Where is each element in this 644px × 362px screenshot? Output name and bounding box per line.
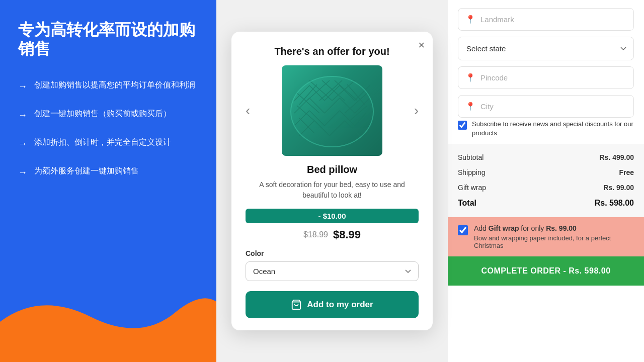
left-panel-title: 专为高转化率而设的加购销售 [18,20,198,59]
modal-overlay: × There's an offer for you! ‹ [216,0,448,362]
pincode-field-wrapper: 📍 [458,66,634,89]
product-name: Bed pillow [246,164,419,175]
feature-item: →创建一键加购销售（购买前或购买后） [18,108,198,122]
arrow-icon: → [18,80,27,94]
add-to-order-label: Add to my order [307,300,373,310]
product-image [282,65,382,156]
gift-wrap-promo-text: Add Gift wrap for only Rs. 99.00 Bow and… [474,224,634,249]
color-label: Color [246,249,419,257]
shipping-row: Shipping Free [458,165,634,180]
modal-title: There's an offer for you! [246,46,419,57]
location-icon: 📍 [465,15,475,24]
subscribe-checkbox[interactable] [458,121,467,130]
orange-wave [0,282,216,362]
pillow-illustration [287,70,377,151]
state-select[interactable]: Select state [458,37,633,60]
shipping-label: Shipping [458,168,486,176]
feature-item: →添加折扣、倒计时，并完全自定义设计 [18,136,198,151]
arrow-icon: → [18,166,27,179]
product-image-container: ‹ [246,65,419,156]
total-label: Total [458,199,476,208]
price-row: $18.99 $8.99 [246,228,419,241]
subtotal-label: Subtotal [458,153,484,161]
product-description: A soft decoration for your bed, easy to … [246,179,419,201]
subtotal-row: Subtotal Rs. 499.00 [458,150,634,165]
landmark-field-wrapper: 📍 [458,8,634,31]
arrow-icon: → [18,137,27,151]
gift-wrap-label: Gift wrap [458,184,486,192]
cart-icon [291,299,302,310]
gift-wrap-sub-text: Bow and wrapping paper included, for a p… [474,234,634,249]
carousel-prev-button[interactable]: ‹ [242,99,254,123]
complete-order-button[interactable]: COMPLETE ORDER - Rs. 598.00 [448,256,644,286]
right-panel: 📍 Select state 📍 📍 Subscribe to receive … [448,0,644,362]
gift-wrap-checkbox[interactable] [458,225,468,235]
arrow-icon: → [18,109,27,122]
gift-wrap-row: Gift wrap Rs. 99.00 [458,180,634,195]
shipping-value: Free [619,168,634,176]
gift-wrap-value: Rs. 99.00 [603,184,634,192]
city-input[interactable] [480,102,626,111]
original-price: $18.99 [303,230,328,239]
total-value: Rs. 598.00 [595,199,634,208]
left-panel: 专为高转化率而设的加购销售 →创建加购销售以提高您的平均订单价值和利润→创建一键… [0,0,216,362]
order-summary: Subtotal Rs. 499.00 Shipping Free Gift w… [448,144,644,217]
gift-wrap-promo: Add Gift wrap for only Rs. 99.00 Bow and… [448,217,644,256]
address-form: 📍 Select state 📍 📍 [448,0,644,118]
state-select-wrapper: Select state [458,37,634,60]
feature-item: →为额外服务创建一键加购销售 [18,165,198,179]
landmark-input[interactable] [480,15,626,24]
feature-list: →创建加购销售以提高您的平均订单价值和利润→创建一键加购销售（购买前或购买后）→… [18,79,198,179]
subscribe-text: Subscribe to receive news and special di… [472,120,634,138]
close-button[interactable]: × [418,40,425,51]
color-select[interactable]: OceanBlueGreenRed [246,261,419,281]
add-to-order-button[interactable]: Add to my order [246,291,419,318]
new-price: $8.99 [333,228,361,241]
carousel-next-button[interactable]: › [410,99,423,123]
city-location-icon: 📍 [465,102,475,111]
pincode-input[interactable] [480,73,626,82]
pincode-location-icon: 📍 [465,73,475,82]
product-modal: × There's an offer for you! ‹ [231,32,433,330]
subscribe-row: Subscribe to receive news and special di… [448,118,644,140]
feature-item: →创建加购销售以提高您的平均订单价值和利润 [18,79,198,94]
discount-badge: - $10.00 [246,209,419,223]
total-row: Total Rs. 598.00 [458,195,634,211]
subtotal-value: Rs. 499.00 [600,153,634,161]
city-field-wrapper: 📍 [458,95,634,118]
